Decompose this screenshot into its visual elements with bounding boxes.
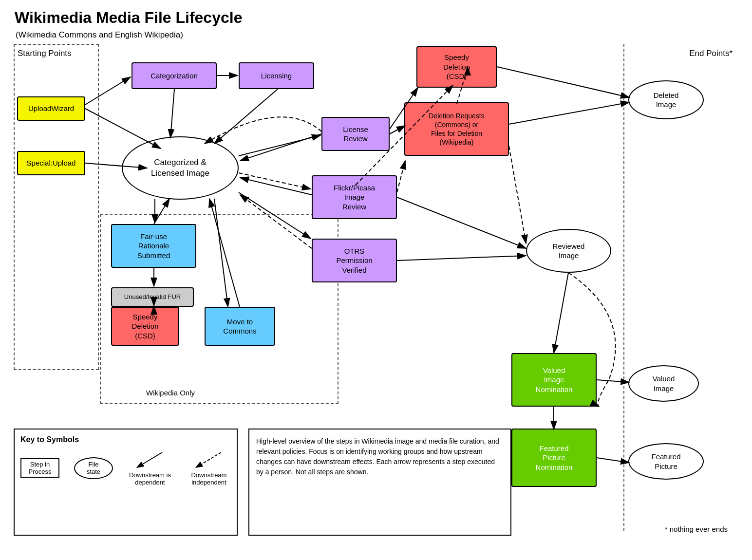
svg-line-13 — [240, 178, 312, 195]
speedy-deletion-1-node: Speedy Deletion (CSD) — [111, 307, 179, 346]
unused-invalid-node: Unused/Invalid FUR — [111, 287, 194, 307]
licensing-node: Licensing — [239, 62, 314, 89]
description-box: High-level overview of the steps in Wiki… — [248, 429, 511, 536]
svg-line-9 — [214, 89, 278, 144]
svg-line-1 — [197, 452, 221, 467]
svg-line-12 — [390, 126, 405, 134]
svg-line-8 — [170, 89, 174, 138]
key-title: Key to Symbols — [20, 435, 231, 444]
end-points-label: End Points* — [689, 49, 733, 58]
license-review-node: License Review — [321, 117, 390, 151]
svg-line-23 — [497, 67, 629, 97]
svg-line-10 — [240, 134, 321, 161]
valued-image-nomination-node: Valued Image Nomination — [511, 353, 597, 407]
svg-line-31 — [239, 173, 311, 189]
main-title: Wikimedia Media File Lifecycle — [15, 9, 242, 27]
key-box: Key to Symbols Step in Process File stat… — [14, 429, 238, 536]
move-to-commons-node: Move to Commons — [205, 307, 275, 346]
special-upload-node: Special:Upload — [17, 151, 85, 175]
categorized-licensed-node: Categorized & Licensed Image — [122, 136, 239, 200]
valued-image-node: Valued Image — [628, 365, 699, 402]
svg-line-24 — [509, 102, 629, 124]
featured-picture-nomination-node: Featured Picture Nomination — [511, 429, 597, 487]
key-step-box: Step in Process — [20, 458, 59, 478]
sub-title: (Wikimedia Commons and English Wikipedia… — [16, 30, 183, 40]
svg-line-16 — [397, 197, 526, 248]
svg-line-30 — [239, 135, 320, 156]
starting-points-region — [14, 44, 99, 370]
nothing-ever-ends-label: * nothing ever ends — [665, 525, 728, 533]
svg-line-17 — [397, 256, 526, 261]
flickr-picasa-node: Flickr/Picasa Image Review — [312, 175, 397, 219]
end-points-divider — [623, 44, 624, 531]
featured-picture-node: Featured Picture — [628, 443, 704, 480]
svg-line-26 — [554, 273, 568, 353]
categorization-node: Categorization — [132, 62, 217, 89]
reviewed-image-node: Reviewed Image — [526, 229, 611, 273]
upload-wizard-node: UploadWizard — [17, 96, 85, 121]
fair-use-node: Fair-use Rationale Submitted — [111, 224, 196, 268]
key-file-state-ellipse: File state — [74, 457, 113, 479]
deletion-requests-node: Deletion Requests (Commons) or Files for… — [404, 102, 509, 156]
deleted-image-node: Deleted Image — [628, 80, 704, 119]
svg-line-0 — [138, 452, 162, 467]
otrs-node: OTRS Permission Verified — [312, 239, 397, 282]
speedy-deletion-2-node: Speedy Deletion (CSD) — [416, 46, 497, 88]
svg-line-15 — [397, 161, 405, 192]
svg-line-25 — [509, 146, 526, 243]
wikipedia-only-label: Wikipedia Only — [146, 389, 195, 397]
